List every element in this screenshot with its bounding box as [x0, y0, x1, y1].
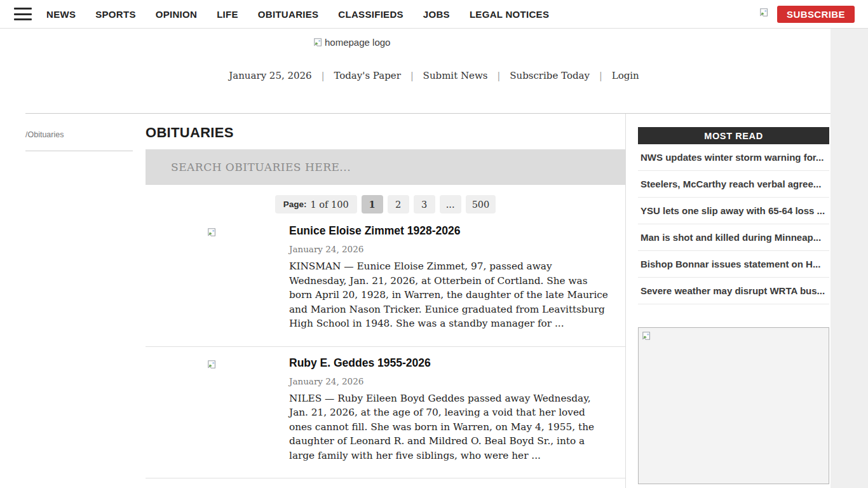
most-read-item[interactable]: NWS updates winter storm warning for...: [638, 144, 829, 171]
obituary-excerpt: KINSMAN — Eunice Eloise Zimmet, 97, pass…: [289, 259, 610, 331]
nav-item-news[interactable]: NEWS: [46, 9, 76, 20]
nav-item-obituaries[interactable]: OBITUARIES: [258, 9, 319, 20]
subscribe-button[interactable]: SUBSCRIBE: [777, 6, 855, 23]
site-header: homepage logo January 25, 2026 | Today's…: [0, 29, 868, 113]
page-button-ellipsis[interactable]: ...: [440, 195, 461, 214]
page-button-3[interactable]: 3: [414, 195, 435, 214]
nav-item-classifieds[interactable]: CLASSIFIEDS: [338, 9, 403, 20]
obituaries-main-column: OBITUARIES Page: 1 of 100 1 2 3 ... 500 …: [146, 114, 626, 488]
page-status-label: Page:: [283, 200, 307, 209]
separator: |: [410, 71, 414, 81]
page-button-500[interactable]: 500: [466, 195, 496, 214]
broken-image-icon: [313, 37, 323, 50]
page-button-1[interactable]: 1: [362, 195, 383, 214]
obituary-thumbnail[interactable]: [207, 356, 289, 463]
broken-image-icon: [759, 8, 770, 20]
obituary-date: January 24, 2026: [289, 244, 610, 254]
obituary-list: Eunice Eloise Zimmet 1928-2026 January 2…: [146, 215, 625, 488]
nav-item-jobs[interactable]: JOBS: [423, 9, 450, 20]
broken-image-icon: [642, 332, 652, 343]
most-read-item[interactable]: Bishop Bonnar issues statement on H...: [638, 251, 829, 278]
subscribe-today-link[interactable]: Subscribe Today: [510, 70, 590, 81]
separator: |: [498, 71, 501, 81]
hamburger-menu-icon[interactable]: [14, 8, 32, 20]
most-read-item[interactable]: Man is shot and killed during Minneap...: [638, 224, 829, 251]
list-item: Ruby E. Geddes 1955-2026 January 24, 202…: [146, 346, 625, 478]
current-date: January 25, 2026: [229, 70, 311, 81]
obituary-title[interactable]: Ruby E. Geddes 1955-2026: [289, 356, 610, 370]
advertisement-box[interactable]: [638, 327, 829, 484]
page-status-value: 1 of 100: [310, 200, 348, 210]
main-nav: NEWS SPORTS OPINION LIFE OBITUARIES CLAS…: [46, 9, 549, 20]
separator: |: [599, 71, 602, 81]
list-item: Eunice Eloise Zimmet 1928-2026 January 2…: [146, 215, 625, 346]
most-read-item[interactable]: Severe weather may disrupt WRTA bus...: [638, 278, 829, 304]
search-input[interactable]: [146, 149, 625, 185]
login-link[interactable]: Login: [612, 70, 639, 81]
submit-news-link[interactable]: Submit News: [423, 70, 488, 81]
obituary-content: Ruby E. Geddes 1955-2026 January 24, 202…: [289, 356, 610, 463]
breadcrumb-rail: /Obituaries: [25, 114, 133, 151]
homepage-logo[interactable]: homepage logo: [313, 37, 555, 67]
page-button-2[interactable]: 2: [388, 195, 409, 214]
obituary-thumbnail[interactable]: [207, 224, 289, 331]
nav-item-legal-notices[interactable]: LEGAL NOTICES: [470, 9, 549, 20]
top-navbar: NEWS SPORTS OPINION LIFE OBITUARIES CLAS…: [0, 0, 868, 29]
nav-item-sports[interactable]: SPORTS: [95, 9, 135, 20]
obituary-date: January 24, 2026: [289, 376, 610, 386]
logo-alt-text: homepage logo: [325, 37, 390, 48]
obituary-title[interactable]: Eunice Eloise Zimmet 1928-2026: [289, 224, 610, 238]
most-read-item[interactable]: Steelers, McCarthy reach verbal agree...: [638, 171, 829, 198]
page-right-margin: [831, 29, 868, 488]
header-meta-row: January 25, 2026 | Today's Paper | Submi…: [0, 70, 868, 81]
nav-item-opinion[interactable]: OPINION: [156, 9, 197, 20]
most-read-sidebar: MOST READ NWS updates winter storm warni…: [638, 114, 829, 484]
obituary-excerpt: NILES — Ruby Eileen Boyd Geddes passed a…: [289, 391, 610, 463]
obituary-search-bar: [146, 149, 625, 185]
most-read-header: MOST READ: [638, 127, 829, 144]
separator: |: [322, 71, 325, 81]
content-area: /Obituaries OBITUARIES Page: 1 of 100 1 …: [25, 113, 831, 488]
list-item: May Charlotte Raymond 1936-2026: [146, 478, 625, 488]
nav-item-life[interactable]: LIFE: [217, 9, 238, 20]
most-read-item[interactable]: YSU lets one slip away with 65-64 loss .…: [638, 198, 829, 224]
page-status: Page: 1 of 100: [275, 195, 357, 214]
todays-paper-link[interactable]: Today's Paper: [334, 70, 401, 81]
pagination: Page: 1 of 100 1 2 3 ... 500: [146, 195, 625, 214]
breadcrumb[interactable]: /Obituaries: [25, 130, 64, 139]
page-title: OBITUARIES: [146, 125, 625, 141]
obituary-content: Eunice Eloise Zimmet 1928-2026 January 2…: [289, 224, 610, 331]
